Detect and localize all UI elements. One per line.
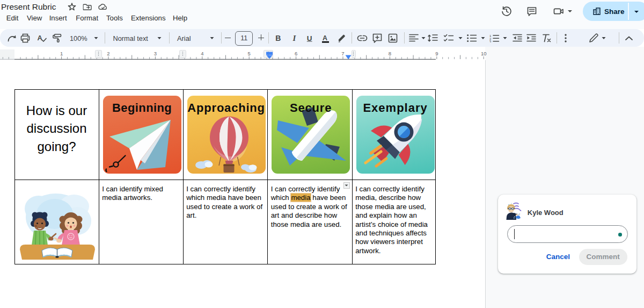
svg-text:3: 3 bbox=[154, 51, 157, 56]
svg-text:6: 6 bbox=[295, 51, 297, 56]
svg-text:5: 5 bbox=[248, 51, 251, 56]
svg-text:8: 8 bbox=[389, 51, 391, 56]
svg-text:7: 7 bbox=[341, 51, 344, 56]
svg-text:10: 10 bbox=[481, 51, 487, 56]
svg-text:2: 2 bbox=[107, 51, 109, 56]
svg-text:9: 9 bbox=[435, 51, 438, 56]
svg-text:4: 4 bbox=[201, 51, 203, 56]
svg-text:1: 1 bbox=[60, 51, 63, 56]
